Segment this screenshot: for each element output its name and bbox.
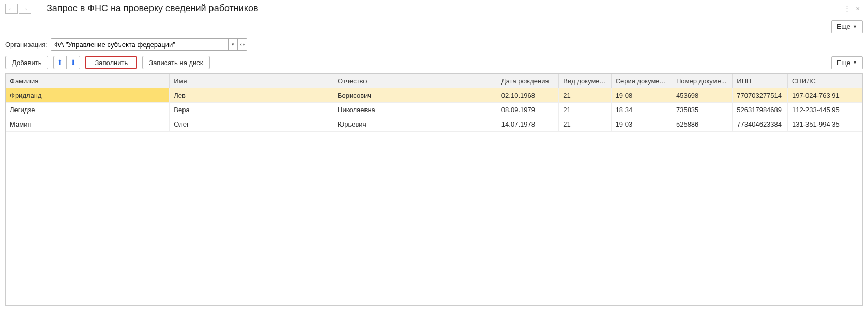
cell-patronymic[interactable]: Юрьевич [333,117,497,132]
header-firstname[interactable]: Имя [170,74,333,88]
header-docnum[interactable]: Номер докуме... [672,74,732,88]
cell-patronymic[interactable]: Борисович [333,88,497,103]
cell-lastname[interactable]: Фридланд [6,88,170,103]
table-header-row: Фамилия Имя Отчество Дата рождения Вид д… [6,74,862,88]
table-row[interactable]: ФридландЛевБорисович02.10.19682119 08453… [6,88,862,103]
more-button-top[interactable]: Еще ▼ [831,20,863,33]
cell-inn[interactable]: 526317984689 [733,103,788,117]
cell-docnum[interactable]: 453698 [672,88,732,103]
toolbar-left: Добавить ⬆ ⬇ Заполнить Записать на диск [5,56,826,69]
organization-input[interactable] [51,39,228,50]
organization-open-button[interactable]: ⇔ [237,39,247,50]
cell-lastname[interactable]: Мамин [6,117,170,132]
header-lastname[interactable]: Фамилия [6,74,170,88]
organization-row: Организация: ▾ ⇔ [1,36,867,56]
cell-firstname[interactable]: Олег [170,117,333,132]
table-body: ФридландЛевБорисович02.10.19682119 08453… [6,88,862,132]
more-button-label: Еще [837,59,850,67]
organization-field: ▾ ⇔ [51,38,247,51]
more-button-label: Еще [837,23,850,30]
caret-down-icon: ▼ [852,24,857,29]
header-docseries[interactable]: Серия документа [611,74,672,88]
employees-table-container: Фамилия Имя Отчество Дата рождения Вид д… [5,73,863,306]
organization-dropdown-button[interactable]: ▾ [228,39,237,50]
page-title: Запрос в ФНС на проверку сведений работн… [47,3,844,14]
cell-doctype[interactable]: 21 [559,103,611,117]
cell-doctype[interactable]: 21 [559,88,611,103]
cell-snils[interactable]: 112-233-445 95 [787,103,862,117]
cell-dob[interactable]: 14.07.1978 [497,117,558,132]
cell-firstname[interactable]: Лев [170,88,333,103]
header-snils[interactable]: СНИЛС [787,74,862,88]
window-controls: ⋮ × [844,5,863,12]
cell-lastname[interactable]: Легидзе [6,103,170,117]
cell-docnum[interactable]: 525886 [672,117,732,132]
close-icon[interactable]: × [856,5,860,12]
add-button[interactable]: Добавить [5,56,48,69]
cell-snils[interactable]: 131-351-994 35 [787,117,862,132]
nav-buttons: ← → [5,4,31,14]
cell-docseries[interactable]: 18 34 [611,103,672,117]
fill-button[interactable]: Заполнить [85,56,137,69]
header-doctype[interactable]: Вид документа [559,74,611,88]
cell-dob[interactable]: 02.10.1968 [497,88,558,103]
cell-docnum[interactable]: 735835 [672,103,732,117]
table-row[interactable]: МаминОлегЮрьевич14.07.19782119 035258867… [6,117,862,132]
move-arrow-group: ⬆ ⬇ [53,56,80,69]
table-row[interactable]: ЛегидзеВераНиколаевна08.09.19792118 3473… [6,103,862,117]
employees-table: Фамилия Имя Отчество Дата рождения Вид д… [6,74,862,132]
cell-dob[interactable]: 08.09.1979 [497,103,558,117]
cell-patronymic[interactable]: Николаевна [333,103,497,117]
cell-inn[interactable]: 773404623384 [733,117,788,132]
save-to-disk-button[interactable]: Записать на диск [142,56,209,69]
header-dob[interactable]: Дата рождения [497,74,558,88]
nav-forward-button[interactable]: → [19,4,31,14]
cell-firstname[interactable]: Вера [170,103,333,117]
nav-back-button[interactable]: ← [5,4,18,14]
top-more-row: Еще ▼ [1,17,867,36]
header-inn[interactable]: ИНН [733,74,788,88]
main-window: ← → Запрос в ФНС на проверку сведений ра… [1,1,867,310]
kebab-icon[interactable]: ⋮ [844,5,850,12]
titlebar: ← → Запрос в ФНС на проверку сведений ра… [1,1,867,17]
cell-snils[interactable]: 197-024-763 91 [787,88,862,103]
move-down-button[interactable]: ⬇ [67,56,80,69]
toolbar-row: Добавить ⬆ ⬇ Заполнить Записать на диск … [1,56,867,73]
move-up-button[interactable]: ⬆ [53,56,67,69]
cell-doctype[interactable]: 21 [559,117,611,132]
caret-down-icon: ▼ [852,60,857,65]
header-patronymic[interactable]: Отчество [333,74,497,88]
cell-docseries[interactable]: 19 08 [611,88,672,103]
cell-inn[interactable]: 770703277514 [733,88,788,103]
cell-docseries[interactable]: 19 03 [611,117,672,132]
organization-label: Организация: [5,41,48,49]
more-button-toolbar[interactable]: Еще ▼ [831,56,863,69]
